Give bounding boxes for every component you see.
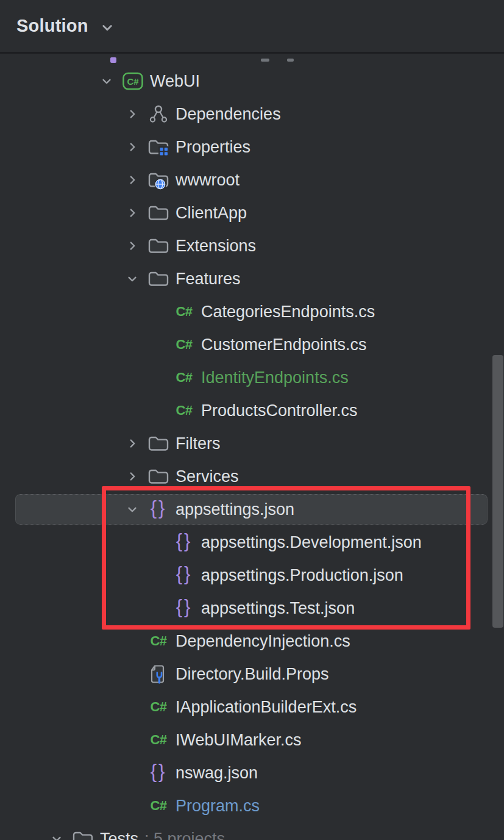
folder-icon: [147, 467, 169, 486]
json-icon: {}: [147, 500, 169, 519]
tree-row-webui[interactable]: C#WebUI: [0, 65, 504, 98]
csharp-file-icon: C#: [173, 370, 195, 386]
page-title: Solution: [16, 16, 88, 36]
csharp-file-icon: C#: [147, 699, 169, 715]
tree-row-customerendpoints-cs[interactable]: C#CustomerEndpoints.cs: [0, 328, 504, 361]
tree-item-label: appsettings.Test.json: [201, 599, 355, 618]
tree-item-label: IApplicationBuilderExt.cs: [176, 698, 357, 717]
tree-item-label: Dependencies: [176, 105, 281, 124]
folder-icon: [147, 203, 169, 223]
json-icon: {}: [173, 565, 195, 585]
csharp-file-icon: C#: [147, 798, 169, 814]
chevron-down-icon[interactable]: [124, 501, 140, 517]
folder-tests-icon: [72, 829, 94, 840]
folder-icon: [147, 434, 169, 453]
chevron-right-icon[interactable]: [124, 468, 140, 484]
svg-text:C#: C#: [127, 76, 139, 87]
tree-item-label: Directory.Build.Props: [176, 665, 329, 684]
tree-item-label: wwwroot: [176, 171, 240, 190]
tree-item-label: Extensions: [176, 237, 256, 256]
tree-row-directory-build-props[interactable]: Directory.Build.Props: [0, 658, 504, 691]
chevron-right-icon[interactable]: [124, 139, 140, 155]
tree-item-label: Services: [176, 467, 239, 486]
tree-row-appsettings-test-json[interactable]: {}appsettings.Test.json: [0, 592, 504, 625]
csharp-file-icon: C#: [173, 337, 195, 353]
tree-row-extensions[interactable]: Extensions: [0, 229, 504, 262]
tree-row-filters[interactable]: Filters: [0, 427, 504, 460]
tree-row-properties[interactable]: Properties: [0, 131, 504, 163]
scrollbar-thumb[interactable]: [492, 355, 503, 628]
tree-row-dependencyinjection-cs[interactable]: C#DependencyInjection.cs: [0, 625, 504, 658]
json-icon: {}: [173, 598, 195, 618]
tree-item-label: appsettings.Production.json: [201, 566, 403, 585]
tree-item-label: Tests: [100, 830, 138, 840]
tree-row-services[interactable]: Services: [0, 460, 504, 493]
tree-row-iwebuimarker-cs[interactable]: C#IWebUIMarker.cs: [0, 723, 504, 756]
dependencies-icon: [147, 104, 169, 124]
solution-tree: C#WebUIDependenciesPropertieswwwrootClie…: [0, 56, 504, 840]
folder-icon: [147, 269, 169, 289]
tree-item-label: ProductsController.cs: [201, 401, 358, 420]
solution-selector[interactable]: Solution: [0, 0, 504, 54]
tree-row-appsettings-production-json[interactable]: {}appsettings.Production.json: [0, 559, 504, 592]
csharp-file-icon: C#: [173, 304, 195, 320]
tree-row-categoriesendpoints-cs[interactable]: C#CategoriesEndpoints.cs: [0, 295, 504, 328]
tree-item-label: ClientApp: [176, 204, 247, 223]
tree-item-label: IdentityEndpoints.cs: [201, 368, 349, 387]
folder-properties-icon: [147, 137, 169, 157]
item-count-suffix: : 5 projects: [144, 830, 225, 840]
tree-item-label: Properties: [176, 138, 250, 157]
tree-item-label: nswag.json: [176, 764, 258, 783]
tree-row-tests[interactable]: Tests: 5 projects: [0, 822, 504, 840]
chevron-right-icon[interactable]: [124, 106, 140, 122]
tree-item-label: DependencyInjection.cs: [176, 632, 350, 651]
tree-row-identityendpoints-cs[interactable]: C#IdentityEndpoints.cs: [0, 361, 504, 394]
clipped-json-icon-remnant: [110, 57, 116, 63]
folder-web-icon: [147, 170, 169, 190]
chevron-right-icon[interactable]: [124, 172, 140, 188]
csharp-file-icon: C#: [147, 633, 169, 649]
json-icon: {}: [147, 763, 169, 783]
folder-icon: [147, 236, 169, 256]
chevron-down-icon[interactable]: [124, 271, 140, 287]
tree-row-appsettings-json[interactable]: {}appsettings.json: [0, 493, 504, 526]
clipped-text-remnant: [261, 59, 269, 62]
tree-item-label: Filters: [176, 434, 221, 453]
tree-row-nswag-json[interactable]: {}nswag.json: [0, 756, 504, 789]
build-props-icon: [147, 664, 169, 684]
chevron-down-icon[interactable]: [99, 73, 115, 89]
tree-item-label: appsettings.Development.json: [201, 533, 422, 552]
tree-item-label: IWebUIMarker.cs: [176, 731, 302, 750]
chevron-right-icon[interactable]: [124, 436, 140, 451]
json-icon: {}: [173, 533, 195, 552]
tree-rows: C#WebUIDependenciesPropertieswwwrootClie…: [0, 65, 504, 840]
chevron-down-icon: [98, 18, 116, 37]
csharp-project-icon: C#: [122, 71, 144, 91]
tree-row-features[interactable]: Features: [0, 262, 504, 295]
csharp-file-icon: C#: [173, 403, 195, 418]
chevron-right-icon[interactable]: [124, 238, 140, 254]
csharp-file-icon: C#: [147, 732, 169, 748]
clipped-text-remnant: [287, 59, 294, 62]
tree-item-label: appsettings.json: [176, 500, 294, 519]
tree-row-wwwroot[interactable]: wwwroot: [0, 163, 504, 196]
tree-item-label: CategoriesEndpoints.cs: [201, 303, 375, 321]
tree-row-appsettings-development-json[interactable]: {}appsettings.Development.json: [0, 526, 504, 559]
tree-item-label: WebUI: [150, 72, 200, 91]
tree-row-iapplicationbuilderext-cs[interactable]: C#IApplicationBuilderExt.cs: [0, 691, 504, 723]
tree-row-program-cs[interactable]: C#Program.cs: [0, 789, 504, 822]
clipped-row-remnant: [0, 56, 504, 65]
tree-item-label: Features: [176, 270, 241, 289]
tree-item-label: Program.cs: [176, 797, 260, 816]
tree-item-label: CustomerEndpoints.cs: [201, 336, 367, 354]
chevron-down-icon[interactable]: [49, 831, 65, 840]
tree-row-dependencies[interactable]: Dependencies: [0, 98, 504, 131]
chevron-right-icon[interactable]: [124, 205, 140, 221]
tree-row-clientapp[interactable]: ClientApp: [0, 196, 504, 229]
tree-row-productscontroller-cs[interactable]: C#ProductsController.cs: [0, 394, 504, 427]
